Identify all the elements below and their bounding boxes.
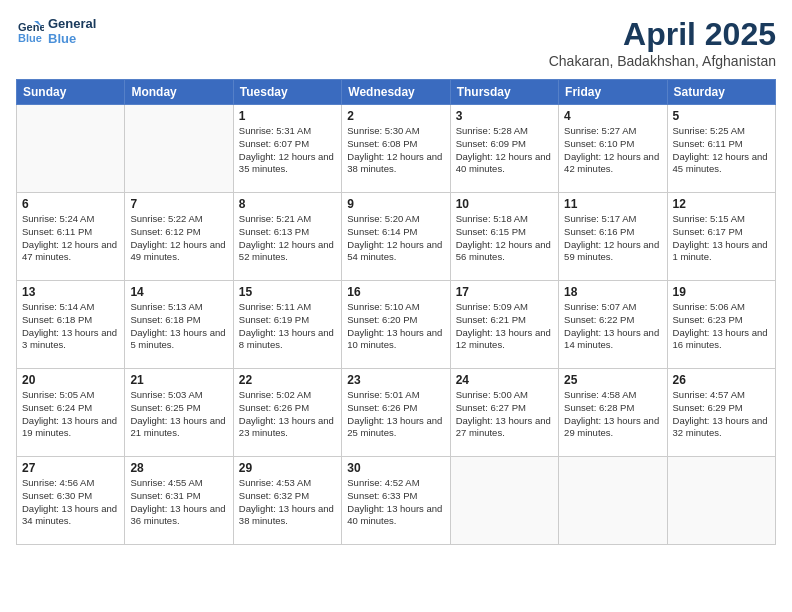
calendar-cell — [559, 457, 667, 545]
calendar-cell — [450, 457, 558, 545]
calendar-cell — [125, 105, 233, 193]
week-row-3: 13Sunrise: 5:14 AM Sunset: 6:18 PM Dayli… — [17, 281, 776, 369]
calendar-cell: 3Sunrise: 5:28 AM Sunset: 6:09 PM Daylig… — [450, 105, 558, 193]
calendar-cell: 24Sunrise: 5:00 AM Sunset: 6:27 PM Dayli… — [450, 369, 558, 457]
calendar-cell: 5Sunrise: 5:25 AM Sunset: 6:11 PM Daylig… — [667, 105, 775, 193]
day-info: Sunrise: 5:09 AM Sunset: 6:21 PM Dayligh… — [456, 301, 553, 352]
calendar-cell: 8Sunrise: 5:21 AM Sunset: 6:13 PM Daylig… — [233, 193, 341, 281]
calendar-cell: 26Sunrise: 4:57 AM Sunset: 6:29 PM Dayli… — [667, 369, 775, 457]
day-number: 4 — [564, 109, 661, 123]
calendar-cell — [17, 105, 125, 193]
day-number: 15 — [239, 285, 336, 299]
calendar-cell: 11Sunrise: 5:17 AM Sunset: 6:16 PM Dayli… — [559, 193, 667, 281]
calendar-cell: 21Sunrise: 5:03 AM Sunset: 6:25 PM Dayli… — [125, 369, 233, 457]
day-info: Sunrise: 5:30 AM Sunset: 6:08 PM Dayligh… — [347, 125, 444, 176]
day-info: Sunrise: 4:53 AM Sunset: 6:32 PM Dayligh… — [239, 477, 336, 528]
day-number: 7 — [130, 197, 227, 211]
day-number: 16 — [347, 285, 444, 299]
weekday-header-monday: Monday — [125, 80, 233, 105]
day-info: Sunrise: 5:28 AM Sunset: 6:09 PM Dayligh… — [456, 125, 553, 176]
calendar-cell: 25Sunrise: 4:58 AM Sunset: 6:28 PM Dayli… — [559, 369, 667, 457]
day-number: 2 — [347, 109, 444, 123]
week-row-4: 20Sunrise: 5:05 AM Sunset: 6:24 PM Dayli… — [17, 369, 776, 457]
weekday-header-wednesday: Wednesday — [342, 80, 450, 105]
day-info: Sunrise: 5:18 AM Sunset: 6:15 PM Dayligh… — [456, 213, 553, 264]
logo-icon: General Blue — [16, 17, 44, 45]
day-number: 19 — [673, 285, 770, 299]
title-area: April 2025 Chakaran, Badakhshan, Afghani… — [549, 16, 776, 69]
calendar-cell: 30Sunrise: 4:52 AM Sunset: 6:33 PM Dayli… — [342, 457, 450, 545]
day-number: 27 — [22, 461, 119, 475]
day-number: 3 — [456, 109, 553, 123]
weekday-header-sunday: Sunday — [17, 80, 125, 105]
day-info: Sunrise: 5:02 AM Sunset: 6:26 PM Dayligh… — [239, 389, 336, 440]
day-number: 11 — [564, 197, 661, 211]
calendar-cell: 28Sunrise: 4:55 AM Sunset: 6:31 PM Dayli… — [125, 457, 233, 545]
weekday-header-thursday: Thursday — [450, 80, 558, 105]
calendar-cell: 4Sunrise: 5:27 AM Sunset: 6:10 PM Daylig… — [559, 105, 667, 193]
day-info: Sunrise: 5:17 AM Sunset: 6:16 PM Dayligh… — [564, 213, 661, 264]
day-number: 8 — [239, 197, 336, 211]
day-info: Sunrise: 5:27 AM Sunset: 6:10 PM Dayligh… — [564, 125, 661, 176]
day-number: 25 — [564, 373, 661, 387]
day-info: Sunrise: 5:00 AM Sunset: 6:27 PM Dayligh… — [456, 389, 553, 440]
day-info: Sunrise: 5:25 AM Sunset: 6:11 PM Dayligh… — [673, 125, 770, 176]
day-info: Sunrise: 5:14 AM Sunset: 6:18 PM Dayligh… — [22, 301, 119, 352]
day-number: 6 — [22, 197, 119, 211]
calendar-cell: 12Sunrise: 5:15 AM Sunset: 6:17 PM Dayli… — [667, 193, 775, 281]
day-info: Sunrise: 4:57 AM Sunset: 6:29 PM Dayligh… — [673, 389, 770, 440]
weekday-header-tuesday: Tuesday — [233, 80, 341, 105]
day-number: 26 — [673, 373, 770, 387]
calendar-cell: 9Sunrise: 5:20 AM Sunset: 6:14 PM Daylig… — [342, 193, 450, 281]
day-number: 30 — [347, 461, 444, 475]
calendar-cell: 27Sunrise: 4:56 AM Sunset: 6:30 PM Dayli… — [17, 457, 125, 545]
day-info: Sunrise: 5:03 AM Sunset: 6:25 PM Dayligh… — [130, 389, 227, 440]
day-info: Sunrise: 5:07 AM Sunset: 6:22 PM Dayligh… — [564, 301, 661, 352]
calendar-cell: 14Sunrise: 5:13 AM Sunset: 6:18 PM Dayli… — [125, 281, 233, 369]
day-number: 18 — [564, 285, 661, 299]
calendar-cell: 19Sunrise: 5:06 AM Sunset: 6:23 PM Dayli… — [667, 281, 775, 369]
calendar-cell: 23Sunrise: 5:01 AM Sunset: 6:26 PM Dayli… — [342, 369, 450, 457]
calendar-cell: 2Sunrise: 5:30 AM Sunset: 6:08 PM Daylig… — [342, 105, 450, 193]
calendar-cell: 20Sunrise: 5:05 AM Sunset: 6:24 PM Dayli… — [17, 369, 125, 457]
day-info: Sunrise: 5:05 AM Sunset: 6:24 PM Dayligh… — [22, 389, 119, 440]
day-info: Sunrise: 5:20 AM Sunset: 6:14 PM Dayligh… — [347, 213, 444, 264]
day-number: 21 — [130, 373, 227, 387]
weekday-header-friday: Friday — [559, 80, 667, 105]
header: General Blue General Blue April 2025 Cha… — [16, 16, 776, 69]
weekday-header-row: SundayMondayTuesdayWednesdayThursdayFrid… — [17, 80, 776, 105]
day-number: 12 — [673, 197, 770, 211]
calendar-cell: 16Sunrise: 5:10 AM Sunset: 6:20 PM Dayli… — [342, 281, 450, 369]
day-info: Sunrise: 4:55 AM Sunset: 6:31 PM Dayligh… — [130, 477, 227, 528]
day-info: Sunrise: 5:10 AM Sunset: 6:20 PM Dayligh… — [347, 301, 444, 352]
day-number: 20 — [22, 373, 119, 387]
calendar-cell: 22Sunrise: 5:02 AM Sunset: 6:26 PM Dayli… — [233, 369, 341, 457]
week-row-2: 6Sunrise: 5:24 AM Sunset: 6:11 PM Daylig… — [17, 193, 776, 281]
week-row-1: 1Sunrise: 5:31 AM Sunset: 6:07 PM Daylig… — [17, 105, 776, 193]
day-info: Sunrise: 5:22 AM Sunset: 6:12 PM Dayligh… — [130, 213, 227, 264]
month-title: April 2025 — [549, 16, 776, 53]
day-number: 29 — [239, 461, 336, 475]
day-info: Sunrise: 4:58 AM Sunset: 6:28 PM Dayligh… — [564, 389, 661, 440]
day-number: 22 — [239, 373, 336, 387]
location-title: Chakaran, Badakhshan, Afghanistan — [549, 53, 776, 69]
day-info: Sunrise: 5:31 AM Sunset: 6:07 PM Dayligh… — [239, 125, 336, 176]
day-number: 24 — [456, 373, 553, 387]
weekday-header-saturday: Saturday — [667, 80, 775, 105]
svg-text:Blue: Blue — [18, 32, 42, 44]
day-number: 9 — [347, 197, 444, 211]
calendar-cell: 7Sunrise: 5:22 AM Sunset: 6:12 PM Daylig… — [125, 193, 233, 281]
day-info: Sunrise: 5:06 AM Sunset: 6:23 PM Dayligh… — [673, 301, 770, 352]
calendar-cell: 13Sunrise: 5:14 AM Sunset: 6:18 PM Dayli… — [17, 281, 125, 369]
day-number: 14 — [130, 285, 227, 299]
day-info: Sunrise: 4:56 AM Sunset: 6:30 PM Dayligh… — [22, 477, 119, 528]
calendar-cell: 6Sunrise: 5:24 AM Sunset: 6:11 PM Daylig… — [17, 193, 125, 281]
day-number: 13 — [22, 285, 119, 299]
day-info: Sunrise: 5:15 AM Sunset: 6:17 PM Dayligh… — [673, 213, 770, 264]
day-number: 23 — [347, 373, 444, 387]
day-number: 1 — [239, 109, 336, 123]
week-row-5: 27Sunrise: 4:56 AM Sunset: 6:30 PM Dayli… — [17, 457, 776, 545]
day-number: 10 — [456, 197, 553, 211]
day-info: Sunrise: 5:24 AM Sunset: 6:11 PM Dayligh… — [22, 213, 119, 264]
day-info: Sunrise: 5:11 AM Sunset: 6:19 PM Dayligh… — [239, 301, 336, 352]
